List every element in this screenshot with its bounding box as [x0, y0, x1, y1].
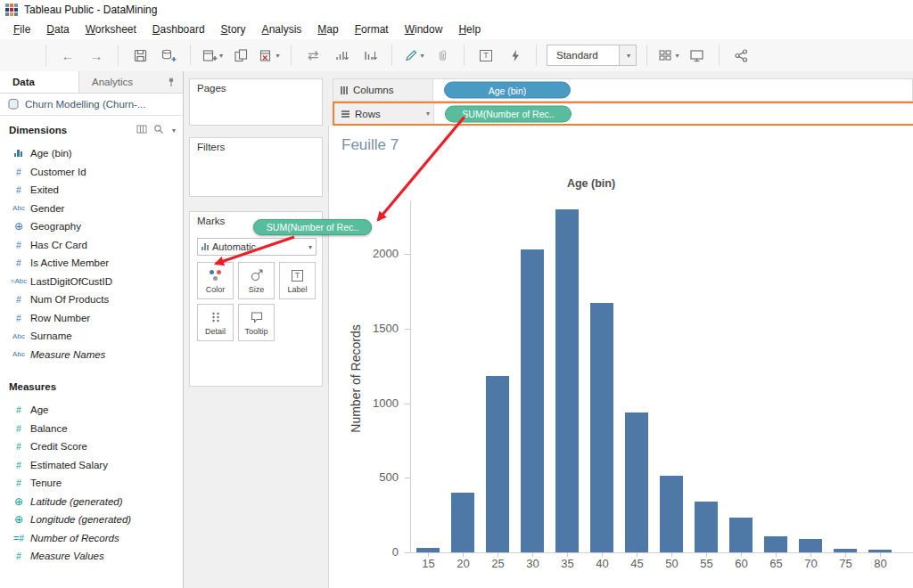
field-gender[interactable]: AbcGender: [0, 200, 183, 218]
field-balance[interactable]: #Balance: [0, 420, 183, 438]
view-as-grid-icon[interactable]: [136, 124, 147, 136]
save-icon[interactable]: [128, 44, 152, 67]
caret-down-icon[interactable]: ▾: [172, 127, 176, 135]
search-icon[interactable]: [153, 124, 164, 136]
sort-ascending-icon[interactable]: [330, 44, 353, 67]
window-title: Tableau Public - DataMining: [24, 0, 157, 20]
field-geography[interactable]: ⊕Geography: [0, 217, 183, 236]
marks-label-button[interactable]: Label: [279, 262, 316, 299]
text-label-icon[interactable]: [474, 44, 498, 67]
x-tick-label: 25: [481, 557, 515, 570]
caret-down-icon[interactable]: ▾: [426, 110, 430, 118]
field-exited[interactable]: #Exited: [0, 181, 183, 200]
menu-worksheet[interactable]: Worksheet: [78, 20, 144, 39]
swap-axes-icon[interactable]: ⇄: [301, 44, 325, 67]
menu-map[interactable]: Map: [309, 20, 346, 39]
field-tenure[interactable]: #Tenure: [0, 474, 183, 493]
menu-dashboard[interactable]: Dashboard: [144, 20, 213, 39]
datasource-icon: [7, 98, 20, 110]
toolbar-separator: [45, 45, 46, 66]
field-has-cr-card[interactable]: #Has Cr Card: [0, 236, 183, 255]
field-latitude-generated-[interactable]: ⊕Latitude (generated): [0, 493, 183, 511]
field-label: Measure Values: [30, 551, 104, 561]
menu-story[interactable]: Story: [213, 20, 254, 39]
y-tick-mark: [405, 404, 410, 404]
menu-window[interactable]: Window: [397, 20, 451, 39]
field-lastdigitofcustid[interactable]: =AbcLastDigitOfCustID: [0, 273, 183, 291]
menu-format[interactable]: Format: [347, 20, 397, 39]
y-tick-mark: [405, 254, 410, 255]
toolbar-separator: [190, 45, 191, 66]
marks-size-button[interactable]: Size: [238, 262, 275, 299]
sort-descending-icon[interactable]: [358, 44, 382, 67]
tableau-logo-icon[interactable]: [9, 46, 32, 64]
menu-analysis[interactable]: Analysis: [254, 20, 310, 39]
menu-help[interactable]: Help: [450, 20, 489, 39]
bar-65[interactable]: [764, 536, 787, 552]
caret-down-icon[interactable]: ▾: [619, 45, 636, 65]
marks-color-button[interactable]: Color: [197, 262, 234, 299]
menu-file[interactable]: File: [5, 20, 38, 39]
field-measure-values[interactable]: #Measure Values: [0, 547, 183, 566]
tab-data[interactable]: Data: [0, 71, 79, 93]
add-data-source-icon[interactable]: [157, 44, 180, 67]
field-surname[interactable]: AbcSurname: [0, 327, 183, 346]
field-age[interactable]: #Age: [0, 401, 183, 420]
toolbar-separator: [118, 45, 119, 66]
filters-card[interactable]: Filters: [189, 137, 323, 197]
fit-selector[interactable]: Standard ▾: [547, 45, 637, 66]
field-row-number[interactable]: #Row Number: [0, 309, 183, 328]
x-tick-label: 55: [689, 557, 724, 570]
rows-pill-sum-number-of-records[interactable]: SUM(Number of Rec..: [445, 105, 572, 122]
marks-tooltip-button[interactable]: Tooltip: [238, 304, 275, 341]
bar-45[interactable]: [625, 412, 648, 552]
columns-shelf[interactable]: Columns Age (bin): [333, 78, 913, 102]
bar-20[interactable]: [451, 493, 474, 552]
pin-icon[interactable]: [160, 71, 183, 93]
field-longitude-generated-[interactable]: ⊕Longitude (generated): [0, 510, 183, 529]
show-cards-icon[interactable]: ▾: [657, 44, 680, 67]
bar-40[interactable]: [590, 303, 613, 552]
bar-55[interactable]: [695, 502, 718, 552]
undo-icon[interactable]: ←: [56, 44, 79, 67]
field-estimated-salary[interactable]: #Estimated Salary: [0, 456, 183, 475]
columns-shelf-label-zone: Columns: [333, 79, 433, 101]
tab-analytics[interactable]: Analytics: [79, 71, 160, 93]
t-box-icon: [480, 50, 492, 61]
measures-title: Measures: [9, 381, 176, 392]
clear-sheet-icon[interactable]: ▾: [258, 44, 281, 67]
field-credit-score[interactable]: #Credit Score: [0, 437, 183, 456]
mark-type-dropdown[interactable]: Automatic ▾: [197, 238, 317, 256]
paperclip-icon[interactable]: [431, 44, 454, 67]
rows-shelf[interactable]: Rows ▾ SUM(Number of Rec..: [333, 102, 913, 126]
bar-35[interactable]: [555, 209, 579, 552]
bar-30[interactable]: [521, 249, 544, 552]
highlight-pen-icon[interactable]: ▾: [402, 44, 425, 67]
field-num-of-products[interactable]: #Num Of Products: [0, 290, 183, 309]
marks-detail-button[interactable]: Detail: [197, 304, 234, 341]
redo-icon[interactable]: →: [85, 44, 108, 67]
bar-50[interactable]: [660, 476, 683, 552]
pages-card[interactable]: Pages: [189, 78, 323, 126]
new-worksheet-icon[interactable]: ▾: [201, 44, 224, 67]
bar-70[interactable]: [799, 539, 822, 552]
field-is-active-member[interactable]: #Is Active Member: [0, 254, 183, 273]
datasource-label: Churn Modelling (Churn-...: [25, 99, 146, 110]
columns-pill-age-bin[interactable]: Age (bin): [444, 82, 571, 99]
bar-60[interactable]: [729, 518, 753, 552]
field-label: Exited: [30, 184, 59, 195]
y-tick-label: 2000: [336, 247, 399, 261]
field-measure-names[interactable]: AbcMeasure Names: [0, 346, 183, 364]
menu-data[interactable]: Data: [38, 20, 77, 39]
datasource-item[interactable]: Churn Modelling (Churn-...: [0, 94, 183, 116]
field-number-of-records[interactable]: =#Number of Records: [0, 529, 183, 548]
run-update-lightning-icon[interactable]: [503, 44, 526, 67]
field-age-bin-[interactable]: Age (bin): [0, 144, 183, 163]
presentation-mode-icon[interactable]: [686, 44, 709, 67]
field-customer-id[interactable]: #Customer Id: [0, 163, 183, 182]
bar-25[interactable]: [486, 376, 509, 552]
dragged-pill-sum-number-of-records[interactable]: SUM(Number of Rec..: [253, 219, 372, 235]
duplicate-icon[interactable]: [229, 44, 252, 67]
marks-card[interactable]: Marks Automatic ▾ Color Size: [189, 211, 323, 387]
share-icon[interactable]: [729, 44, 753, 67]
